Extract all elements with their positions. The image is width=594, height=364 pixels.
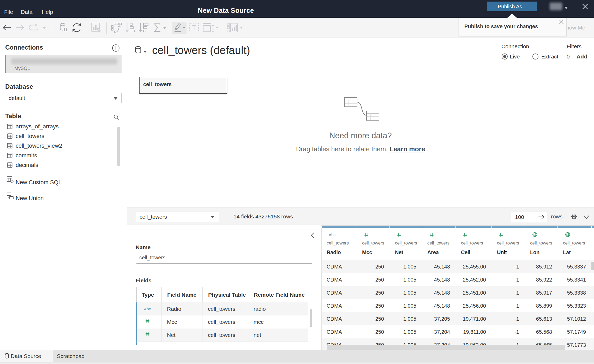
sidebar-table-item-decimals[interactable]: decimals [0, 160, 123, 170]
grid-table-select[interactable]: cell_towers [136, 212, 219, 222]
column-type-icon-number[interactable] [463, 231, 467, 238]
fields-table-scrollbar[interactable] [310, 309, 312, 327]
table-item-label: cell_towers_view2 [16, 142, 62, 149]
replay-caret-icon[interactable] [42, 18, 47, 38]
show-me-icon[interactable] [226, 18, 239, 38]
tooltip-close-icon[interactable] [559, 19, 564, 26]
refresh-icon[interactable] [71, 18, 83, 38]
fields-header-type[interactable]: Type [142, 287, 154, 302]
grid-cell: 55.3323 [563, 299, 586, 312]
redo-icon[interactable] [15, 18, 26, 38]
sidebar-table-item-commits[interactable]: commits [0, 151, 123, 160]
column-field-name[interactable]: Mcc [362, 249, 372, 255]
add-connection-icon[interactable] [112, 44, 120, 53]
datasource-caret-icon[interactable] [143, 50, 147, 54]
row-count-value: 100 [515, 212, 524, 222]
show-me-caret-icon[interactable] [239, 18, 243, 38]
totals-sigma-icon[interactable] [152, 18, 163, 38]
sort-descending-icon[interactable] [138, 18, 149, 38]
field-name-cell[interactable]: Radio [167, 302, 181, 315]
fit-caret-icon[interactable] [215, 18, 219, 38]
highlight-caret-icon[interactable] [182, 18, 186, 38]
filters-add-button[interactable]: Add [577, 53, 587, 60]
row-accent-bar [136, 315, 137, 329]
database-select[interactable]: default [5, 93, 122, 103]
grid-cell: 250 [363, 325, 384, 338]
text-label-icon[interactable] [188, 18, 200, 38]
fields-row-radio[interactable]: AbcRadiocell_towersradio [136, 302, 308, 315]
fields-header-physical-table[interactable]: Physical Table [208, 287, 246, 302]
tab-data-source[interactable]: Data Source [0, 350, 53, 362]
field-type-icon-number[interactable] [139, 315, 155, 329]
fields-header-remote-field-name[interactable]: Remote Field Name [254, 287, 305, 302]
table-list-scrollbar[interactable] [117, 127, 120, 166]
window-close-icon[interactable] [581, 2, 590, 12]
menu-file[interactable]: File [4, 0, 13, 18]
grid-cell: -1 [497, 260, 519, 273]
column-type-icon-number[interactable] [397, 231, 401, 238]
field-type-icon-number[interactable] [139, 329, 155, 342]
column-type-icon-geo[interactable] [532, 231, 537, 238]
pause-updates-icon[interactable] [57, 18, 69, 38]
row-count-input[interactable]: 100 [511, 212, 548, 222]
connection-type-label: MySQL [14, 66, 30, 71]
name-value-input[interactable]: cell_towers [139, 255, 165, 261]
column-type-icon-geo[interactable] [565, 231, 570, 238]
connection-item[interactable]: MySQL [5, 55, 122, 73]
column-field-name[interactable]: Unit [497, 249, 507, 255]
column-type-icon-number[interactable] [499, 231, 503, 238]
clear-sheet-icon[interactable] [90, 18, 102, 38]
collapse-panel-chevron-icon[interactable] [310, 232, 315, 240]
table-node-cell-towers[interactable]: cell_towers [139, 77, 227, 94]
learn-more-link[interactable]: Learn more [389, 145, 425, 153]
menu-help[interactable]: Help [42, 0, 53, 18]
sidebar-table-item-cell_towers[interactable]: cell_towers [0, 131, 123, 141]
grid-horizontal-scrollbar[interactable] [327, 345, 565, 350]
row-count-go-icon[interactable] [538, 214, 545, 220]
swap-rows-columns-icon[interactable] [111, 18, 123, 38]
connection-extract-radio[interactable] [532, 53, 538, 59]
grid-collapse-chevron-icon[interactable] [583, 215, 590, 220]
grid-column-unit: cell_towersUnit-1-1-1-1-1-1-1 [492, 226, 525, 350]
sidebar-table-item-cell_towers_view2[interactable]: cell_towers_view2 [0, 141, 123, 151]
fields-header-field-name[interactable]: Field Name [167, 287, 196, 302]
column-field-name[interactable]: Net [395, 249, 403, 255]
totals-caret-icon[interactable] [162, 18, 167, 38]
fit-width-icon[interactable] [202, 18, 215, 38]
avatar[interactable] [550, 3, 562, 10]
sidebar-table-item-arrays_of_arrays[interactable]: arrays_of_arrays [0, 122, 123, 131]
database-select-value: default [9, 93, 25, 103]
connection-extract-label[interactable]: Extract [541, 53, 558, 60]
fields-row-net[interactable]: Netcell_towersnet [136, 329, 308, 342]
column-field-name[interactable]: Lon [530, 249, 539, 255]
table-search-icon[interactable] [113, 114, 119, 121]
new-union-button[interactable]: New Union [16, 195, 44, 202]
tab-scratchpad[interactable]: Scratchpad [57, 353, 85, 359]
field-name-cell[interactable]: Mcc [167, 315, 177, 329]
new-custom-sql-button[interactable]: New Custom SQL [16, 179, 62, 186]
undo-icon[interactable] [1, 18, 12, 38]
column-type-icon-number[interactable] [364, 231, 369, 238]
replay-icon[interactable] [28, 18, 41, 38]
column-type-icon-number[interactable] [429, 231, 434, 238]
column-field-name[interactable]: Lat [563, 249, 571, 255]
column-type-icon-string[interactable]: Abc [329, 231, 335, 238]
column-field-name[interactable]: Radio [327, 249, 341, 255]
column-field-name[interactable]: Cell [461, 249, 470, 255]
connection-live-radio[interactable] [502, 53, 508, 59]
grid-settings-gear-icon[interactable] [571, 213, 578, 221]
field-type-icon-string[interactable]: Abc [139, 302, 155, 315]
column-field-name[interactable]: Area [427, 249, 439, 255]
grid-cell: CDMA [327, 286, 352, 299]
avatar-caret-icon[interactable] [564, 7, 568, 9]
highlight-icon[interactable] [173, 18, 182, 38]
connection-live-label[interactable]: Live [510, 53, 520, 60]
sort-ascending-icon[interactable] [124, 18, 135, 38]
datasource-db-icon[interactable] [135, 46, 142, 55]
fields-row-mcc[interactable]: Mcccell_towersmcc [136, 315, 308, 329]
field-name-cell[interactable]: Net [167, 329, 176, 342]
publish-as-button[interactable]: Publish As... [487, 2, 537, 11]
grid-vertical-scrollbar[interactable] [591, 262, 594, 270]
grid-cell: 45,148 [428, 273, 450, 286]
menu-data[interactable]: Data [21, 0, 32, 18]
